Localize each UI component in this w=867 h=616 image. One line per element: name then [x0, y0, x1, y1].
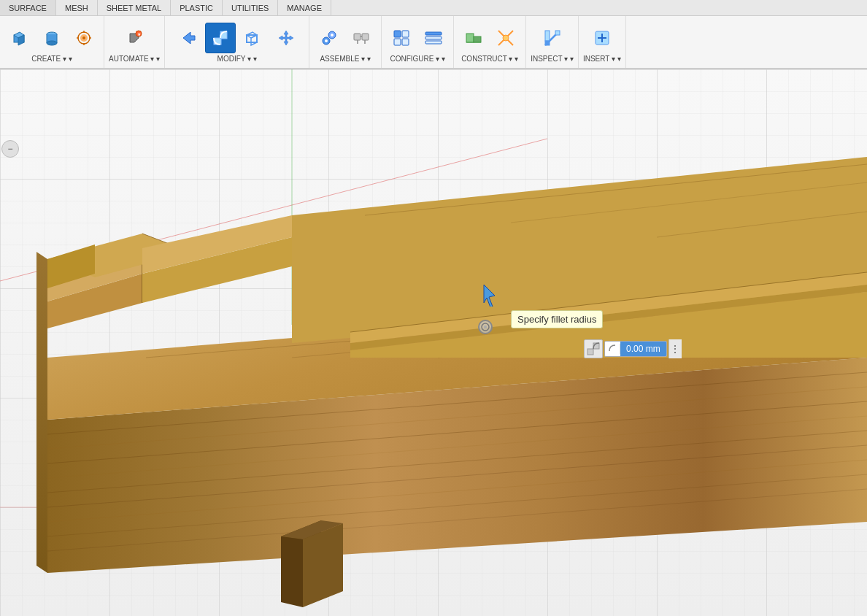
nav-tab-utilities[interactable]: UTILITIES	[223, 0, 278, 15]
fillet-mini-preview	[584, 339, 603, 358]
svg-rect-40	[474, 36, 481, 42]
construct-btn1[interactable]	[458, 23, 489, 53]
create-box-button[interactable]	[4, 23, 35, 53]
automate-label[interactable]: AUTOMATE ▾	[109, 55, 160, 63]
svg-rect-36	[425, 32, 442, 35]
fillet-input-menu-button[interactable]: ⋮	[668, 339, 682, 358]
configure-btn1[interactable]	[386, 23, 417, 53]
create-label[interactable]: CREATE ▾	[31, 55, 72, 63]
svg-rect-46	[555, 31, 560, 35]
svg-point-10	[82, 36, 85, 39]
svg-rect-48	[545, 41, 550, 45]
assemble-btn2[interactable]	[346, 23, 377, 53]
assemble-label[interactable]: ASSEMBLE ▾	[320, 55, 370, 63]
configure-label[interactable]: CONFIGURE ▾	[390, 55, 445, 63]
svg-marker-22	[279, 31, 293, 45]
nav-tab-manage[interactable]: MANAGE	[278, 0, 331, 15]
svg-point-5	[47, 41, 57, 45]
toolbar-section-create: CREATE ▾	[0, 16, 104, 68]
svg-rect-39	[466, 34, 474, 42]
configure-btn2[interactable]	[418, 23, 449, 53]
svg-rect-38	[425, 41, 442, 44]
modify-shell-button[interactable]	[238, 23, 269, 53]
svg-rect-28	[362, 34, 369, 40]
svg-point-44	[503, 35, 509, 41]
svg-rect-96	[587, 349, 593, 355]
svg-rect-35	[402, 39, 409, 45]
inspect-label[interactable]: INSPECT ▾	[531, 55, 574, 63]
toolbar-section-inspect: INSPECT ▾	[526, 16, 579, 68]
construct-btn2[interactable]	[490, 23, 521, 53]
construct-label[interactable]: CONSTRUCT ▾	[461, 55, 518, 63]
svg-point-25	[325, 39, 328, 42]
svg-marker-90	[281, 536, 303, 607]
nav-tab-sheet-metal[interactable]: SHEET METAL	[98, 0, 171, 15]
create-cylinder-button[interactable]	[36, 23, 67, 53]
fillet-input-widget[interactable]: 0.00 mm ⋮	[584, 339, 682, 358]
inspect-btn1[interactable]	[537, 23, 568, 53]
nav-tab-mesh[interactable]: MESH	[56, 0, 98, 15]
modify-fillet-button[interactable]	[205, 23, 236, 53]
viewport[interactable]: − Specify fillet radius	[0, 69, 867, 616]
svg-marker-85	[36, 252, 47, 573]
svg-point-26	[331, 34, 334, 36]
svg-text:★: ★	[137, 32, 141, 36]
svg-rect-47	[545, 31, 550, 41]
fillet-input-value[interactable]: 0.00 mm	[620, 342, 666, 356]
fillet-point-indicator	[478, 320, 493, 334]
nav-tab-plastic[interactable]: PLASTIC	[171, 0, 223, 15]
main-toolbar: CREATE ▾ ★ AUTOMATE ▾	[0, 16, 867, 69]
nav-tab-surface[interactable]: SURFACE	[0, 0, 56, 15]
fillet-input-icon	[605, 344, 620, 354]
svg-rect-32	[394, 31, 401, 37]
fillet-input-box: 0.00 mm	[604, 341, 667, 357]
modify-label[interactable]: MODIFY ▾	[217, 55, 257, 63]
3d-model	[0, 69, 867, 616]
toolbar-section-configure: CONFIGURE ▾	[382, 16, 454, 68]
svg-rect-34	[394, 39, 401, 45]
svg-rect-27	[354, 34, 361, 40]
toolbar-section-assemble: ASSEMBLE ▾	[309, 16, 382, 68]
svg-point-95	[484, 326, 487, 328]
modify-arrow-button[interactable]	[172, 23, 203, 53]
minimize-button[interactable]: −	[1, 140, 19, 158]
insert-btn1[interactable]	[587, 23, 617, 53]
svg-marker-21	[251, 35, 257, 45]
create-complex-button[interactable]	[69, 23, 99, 53]
toolbar-section-modify: MODIFY ▾	[165, 16, 309, 68]
modify-move-button[interactable]	[271, 23, 301, 53]
toolbar-section-construct: CONSTRUCT ▾	[454, 16, 526, 68]
automate-button[interactable]: ★	[119, 23, 150, 53]
assemble-btn1[interactable]	[314, 23, 344, 53]
toolbar-section-automate: ★ AUTOMATE ▾	[104, 16, 165, 68]
svg-rect-37	[425, 36, 442, 39]
svg-rect-33	[402, 31, 409, 37]
nav-tabs: SURFACE MESH SHEET METAL PLASTIC UTILITI…	[0, 0, 867, 16]
insert-label[interactable]: INSERT ▾	[583, 55, 621, 63]
toolbar-section-insert: INSERT ▾	[579, 16, 626, 68]
